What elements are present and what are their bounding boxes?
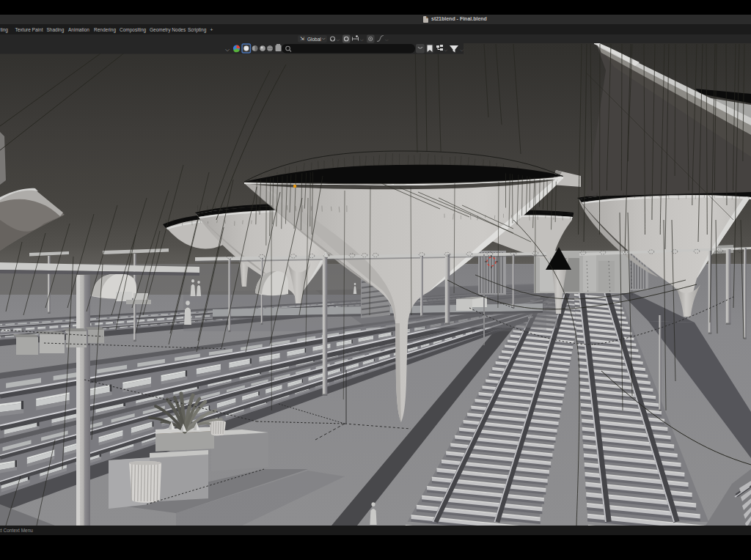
svg-text:⌵: ⌵ bbox=[460, 47, 464, 52]
svg-text:⌵: ⌵ bbox=[225, 46, 230, 53]
svg-text:⌵: ⌵ bbox=[337, 37, 340, 42]
svg-text:⌵: ⌵ bbox=[360, 37, 364, 42]
svg-text:⌵: ⌵ bbox=[444, 47, 448, 52]
svg-text:⌵: ⌵ bbox=[385, 37, 389, 42]
